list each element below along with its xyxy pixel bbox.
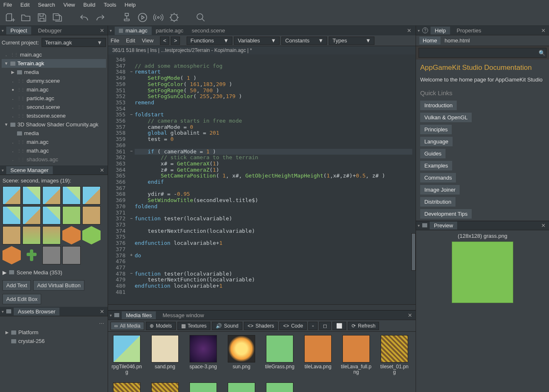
scene-thumb[interactable] — [62, 246, 81, 264]
tab-project[interactable]: Project — [6, 27, 31, 35]
chevron-icon[interactable]: ▼ — [4, 61, 8, 66]
scene-thumb[interactable] — [2, 246, 21, 264]
save-file-icon[interactable] — [36, 11, 48, 24]
assets-tree[interactable]: ▶Platformcrystal-256 — [2, 328, 105, 345]
chevron-icon[interactable]: ▼ — [4, 122, 8, 127]
menu-file[interactable]: File — [3, 2, 12, 8]
tab-scene-manager[interactable]: Scene Manager — [6, 166, 53, 174]
scene-thumb[interactable] — [62, 226, 81, 244]
chevron-icon[interactable]: ▶ — [11, 70, 15, 74]
media-item[interactable] — [264, 382, 295, 392]
menu-build[interactable]: Build — [84, 2, 96, 8]
current-project-dropdown[interactable]: Terrain.agk ▼ — [42, 38, 106, 47]
quick-link[interactable]: Development Tips — [420, 209, 472, 219]
media-item[interactable]: rpgTile046.png — [111, 335, 142, 375]
panel-handle-icon[interactable]: ▾ — [2, 309, 4, 314]
quick-link[interactable]: Examples — [420, 161, 452, 170]
media-item[interactable]: sand.png — [150, 335, 180, 375]
tab-properties[interactable]: Properties — [453, 27, 485, 35]
ellipsis-icon[interactable]: … — [99, 319, 104, 328]
tab-message-window[interactable]: Message window — [158, 311, 208, 319]
undo-icon[interactable] — [78, 11, 91, 24]
menu-search[interactable]: Search — [38, 2, 55, 8]
media-item[interactable]: space-3.png — [188, 335, 219, 375]
tab-media-files[interactable]: Media files — [122, 311, 156, 319]
tree-folder[interactable]: ▶media — [2, 68, 106, 76]
quick-link[interactable]: Introduction — [420, 101, 457, 110]
run-icon[interactable] — [136, 11, 149, 24]
tree-folder[interactable]: media — [2, 129, 106, 138]
filter-textures[interactable]: ▦Textures — [177, 322, 210, 330]
panel-handle-icon[interactable]: ▾ — [418, 223, 420, 228]
filter-shaders[interactable]: <>Shaders — [244, 322, 278, 330]
scene-thumb[interactable] — [62, 186, 81, 205]
find-icon[interactable] — [194, 11, 207, 24]
assets-tree-item[interactable]: crystal-256 — [2, 337, 105, 345]
tree-file[interactable]: .⋮⋮math.agc — [2, 146, 106, 155]
broadcast-icon[interactable] — [152, 11, 165, 24]
media-item[interactable]: sun.png — [226, 335, 257, 375]
chevron-icon[interactable]: . — [11, 140, 15, 144]
editor-menu-view[interactable]: View — [142, 37, 153, 44]
scene-thumb[interactable] — [82, 186, 101, 205]
menu-tools[interactable]: Tools — [103, 2, 116, 8]
save-all-icon[interactable] — [52, 11, 64, 24]
redo-icon[interactable] — [94, 11, 106, 24]
scrollbar-thumb[interactable] — [411, 233, 416, 271]
menu-edit[interactable]: Edit — [20, 2, 30, 8]
media-item[interactable]: tileLava.png — [303, 335, 333, 375]
code-area[interactable]: // add some atmospheric fogremstart SetF… — [135, 57, 412, 295]
scene-thumb[interactable] — [22, 206, 41, 224]
scene-thumb[interactable] — [22, 186, 41, 205]
tree-file[interactable]: .⋮⋮dummy.scene — [2, 76, 106, 85]
quick-link[interactable]: Image Joiner — [420, 185, 460, 195]
media-item[interactable] — [111, 382, 142, 392]
help-search[interactable]: 🔍 — [419, 48, 547, 58]
types-dropdown[interactable]: Types▼ — [329, 37, 374, 45]
chevron-icon[interactable]: ▶ — [5, 330, 9, 335]
add-edit-box-button[interactable]: Add Edit Box — [2, 294, 41, 304]
media-item[interactable]: tileset_01.png — [379, 335, 410, 375]
chevron-icon[interactable]: . — [11, 157, 15, 162]
editor-tab[interactable]: particle.agc — [152, 27, 187, 35]
tab-preview[interactable]: Preview — [430, 222, 457, 229]
scene-thumb[interactable] — [42, 186, 61, 205]
scene-thumb[interactable] — [82, 226, 101, 244]
editor-tab[interactable]: second.scene — [187, 27, 229, 35]
tree-file[interactable]: .⋮⋮testscene.scene — [2, 111, 106, 120]
code-editor[interactable]: 3463473483493503513523533543553563573583… — [108, 54, 416, 304]
media-item[interactable] — [226, 382, 257, 392]
quick-link[interactable]: Guides — [420, 149, 446, 158]
fold-gutter[interactable]: −−−−+− — [128, 57, 134, 295]
nav-fwd-button[interactable]: > — [171, 37, 180, 45]
search-icon[interactable]: 🔍 — [538, 50, 546, 56]
scene-thumb[interactable] — [42, 226, 61, 244]
panel-handle-icon[interactable]: ▾ — [110, 28, 115, 33]
menu-view[interactable]: View — [64, 2, 75, 8]
filter-sound[interactable]: 🔊Sound — [212, 322, 242, 330]
tree-file[interactable]: ●⋮⋮main.agc — [2, 85, 106, 94]
close-icon[interactable]: ✕ — [541, 27, 546, 34]
quick-link[interactable]: Commands — [420, 173, 456, 182]
editor-tab[interactable]: main.agc — [115, 27, 152, 35]
menu-help[interactable]: Help — [125, 2, 136, 8]
panel-handle-icon[interactable]: ▾ — [2, 168, 4, 173]
scene-thumb[interactable] — [22, 226, 41, 244]
chevron-icon[interactable]: . — [11, 79, 15, 83]
scene-media-label[interactable]: Scene Media (353) — [17, 269, 62, 276]
panel-handle-icon[interactable]: ▾ — [110, 313, 112, 318]
project-tree[interactable]: .⋮⋮main.agc▼Terrain.agk▶media.⋮⋮dummy.sc… — [2, 50, 106, 164]
quick-link[interactable]: Principles — [420, 125, 452, 134]
tree-folder[interactable]: ▼3D Shadow Shader Comunity.agk — [2, 120, 106, 129]
editor-menu-edit[interactable]: Edit — [126, 37, 135, 44]
tab-help[interactable]: Help — [431, 27, 450, 35]
editor-menu-file[interactable]: File — [111, 37, 119, 44]
chevron-right-icon[interactable]: ▶ — [2, 269, 7, 276]
media-item[interactable] — [188, 382, 219, 392]
nav-back-button[interactable]: < — [160, 37, 169, 45]
close-icon[interactable]: ✕ — [408, 312, 412, 318]
panel-handle-icon[interactable]: ▾ — [418, 28, 420, 33]
close-icon[interactable]: ✕ — [100, 27, 104, 34]
media-item[interactable]: tileGrass.png — [264, 335, 295, 375]
close-icon[interactable]: ✕ — [100, 308, 104, 315]
